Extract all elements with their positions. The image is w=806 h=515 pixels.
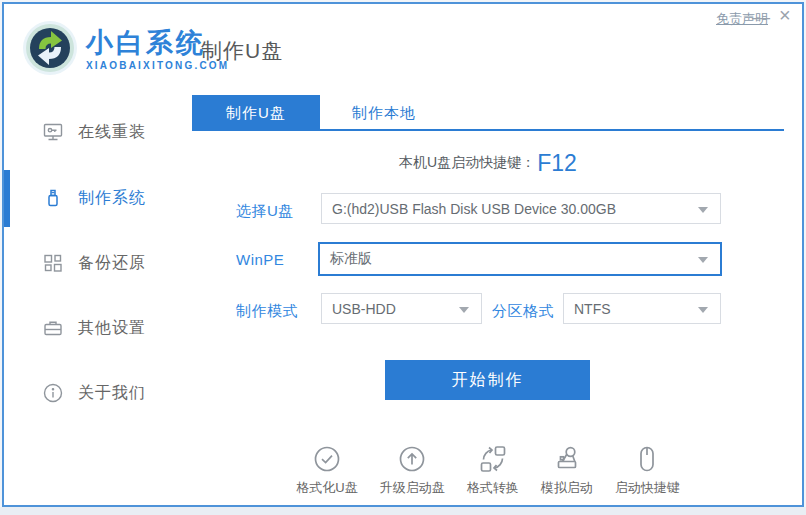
mouse-icon <box>632 444 662 474</box>
tab-underline <box>192 129 784 131</box>
boot-hotkey-value: F12 <box>537 150 577 177</box>
sidebar-item-label: 备份还原 <box>78 253 146 274</box>
monitor-icon <box>42 121 64 143</box>
make-mode-label: 制作模式 <box>236 302 298 321</box>
toolbox-icon <box>42 317 64 339</box>
tools-row: 格式化U盘 升级启动盘 格式转换 <box>192 444 784 497</box>
sidebar-item-about-us[interactable]: 关于我们 <box>4 371 184 415</box>
window-bottom-strip <box>0 507 806 515</box>
app-logo-icon <box>22 20 78 76</box>
partition-format-select[interactable]: NTFS <box>563 293 721 324</box>
tab-make-local[interactable]: 制作本地 <box>320 95 448 131</box>
stamp-icon <box>552 444 582 474</box>
page-title: 制作U盘 <box>201 37 283 65</box>
check-circle-icon <box>312 444 342 474</box>
tool-label: 启动快捷键 <box>615 479 680 497</box>
boot-hotkey-label: 本机U盘启动快捷键： <box>399 154 535 172</box>
winpe-select-value: 标准版 <box>320 250 372 268</box>
minimize-button[interactable]: — <box>752 6 770 28</box>
tool-label: 格式转换 <box>467 479 519 497</box>
start-make-button[interactable]: 开始制作 <box>385 360 590 400</box>
tab-make-usb[interactable]: 制作U盘 <box>192 95 320 131</box>
tool-label: 格式化U盘 <box>296 479 357 497</box>
chevron-down-icon <box>698 207 708 213</box>
sidebar-item-label: 在线重装 <box>78 122 146 143</box>
tool-format-usb[interactable]: 格式化U盘 <box>296 444 357 497</box>
sidebar-item-other-settings[interactable]: 其他设置 <box>4 306 184 350</box>
sidebar-item-make-system[interactable]: 制作系统 <box>4 176 184 220</box>
tool-simulate-boot[interactable]: 模拟启动 <box>541 444 593 497</box>
winpe-select[interactable]: 标准版 <box>318 242 722 276</box>
sidebar-item-online-reinstall[interactable]: 在线重装 <box>4 110 184 154</box>
close-button[interactable]: × <box>779 4 791 26</box>
usb-icon <box>42 187 64 209</box>
chevron-down-icon <box>698 257 708 263</box>
convert-icon <box>478 444 508 474</box>
arrow-up-circle-icon <box>397 444 427 474</box>
grid-icon <box>42 252 64 274</box>
usb-select-value: G:(hd2)USB Flash Disk USB Device 30.00GB <box>322 201 616 217</box>
usb-select-label: 选择U盘 <box>236 202 294 221</box>
tool-label: 升级启动盘 <box>380 479 445 497</box>
make-mode-select[interactable]: USB-HDD <box>321 293 482 324</box>
winpe-select-label: WinPE <box>236 251 284 268</box>
tool-boot-hotkey[interactable]: 启动快捷键 <box>615 444 680 497</box>
partition-format-value: NTFS <box>564 301 611 317</box>
sidebar-item-label: 制作系统 <box>78 188 146 209</box>
sidebar-item-backup-restore[interactable]: 备份还原 <box>4 241 184 285</box>
tool-label: 模拟启动 <box>541 479 593 497</box>
info-icon <box>42 382 64 404</box>
tool-upgrade-boot-disk[interactable]: 升级启动盘 <box>380 444 445 497</box>
boot-hotkey-line: 本机U盘启动快捷键： F12 <box>192 146 784 180</box>
chevron-down-icon <box>698 307 708 313</box>
sidebar-item-label: 其他设置 <box>78 318 146 339</box>
partition-format-label: 分区格式 <box>492 302 554 321</box>
app-window: 小白系统 XIAOBAIXITONG.COM 制作U盘 免责声明 — × 在线重… <box>0 0 806 515</box>
tool-format-convert[interactable]: 格式转换 <box>467 444 519 497</box>
sidebar-item-label: 关于我们 <box>78 383 146 404</box>
usb-select[interactable]: G:(hd2)USB Flash Disk USB Device 30.00GB <box>321 193 721 224</box>
make-mode-value: USB-HDD <box>322 301 396 317</box>
chevron-down-icon <box>459 307 469 313</box>
